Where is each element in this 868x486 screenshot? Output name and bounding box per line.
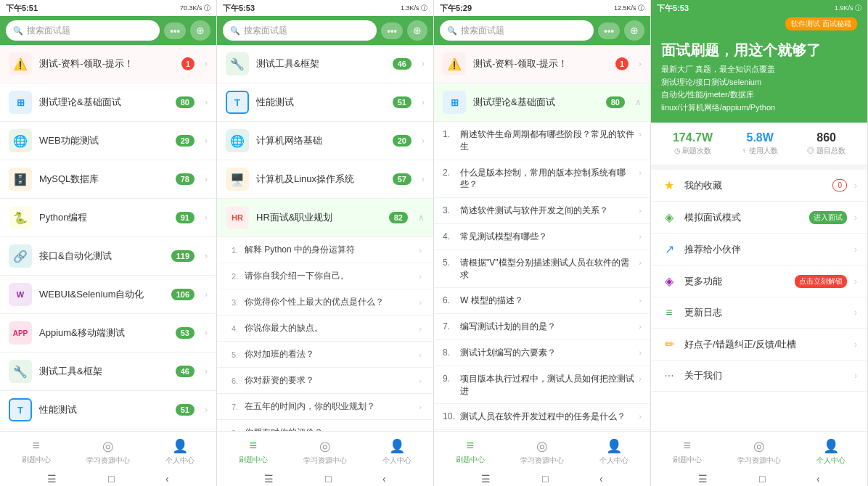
badge-collect: 0	[832, 179, 847, 191]
nav-home-4[interactable]: ≡ 刷题中心	[651, 432, 723, 471]
feature-list: ★ 我的收藏 0 › ◈ 模拟面试模式 进入面试 › ↗ 推荐给小伙伴 › ◈ …	[651, 170, 867, 431]
badge-2-1: 51	[393, 96, 412, 108]
status-icons-3: 12.5K/s ⓘ	[614, 4, 644, 13]
stat-num-0: 174.7W	[673, 131, 713, 144]
list-item-1-1[interactable]: ⊞ 测试理论&基础面试 80 ›	[0, 83, 216, 122]
badge-1-8: 46	[176, 366, 195, 377]
list-item-1-4[interactable]: 🐍 Python编程 91 ›	[0, 199, 216, 237]
question-3-9[interactable]: 10. 测试人员在软件开发过程中的任务是什么？ ›	[434, 404, 650, 430]
list-item-2-4[interactable]: HR HR面试&职业规划 82 ∧	[217, 199, 433, 237]
list-item-1-9[interactable]: T 性能测试 51 ›	[0, 391, 216, 429]
nav-profile-1[interactable]: 👤 个人中心	[144, 432, 216, 471]
question-3-8[interactable]: 9. 项目版本执行过程中，测试人员如何把控测试进 ›	[434, 366, 650, 405]
stat-num-1: 5.8W	[742, 131, 778, 144]
feature-item-3[interactable]: ◈ 更多功能 点击立刻解锁 ›	[651, 265, 867, 297]
feature-item-2[interactable]: ↗ 推荐给小伙伴 ›	[651, 234, 867, 265]
feature-item-6[interactable]: ··· 关于我们 ›	[651, 361, 867, 392]
list-item-1-6[interactable]: W WEBUI&Selenium自动化 106 ›	[0, 276, 216, 314]
more-icon: ◈	[661, 274, 677, 288]
scan-btn-1[interactable]: ⊕	[190, 20, 210, 41]
badge-1-1: 80	[176, 96, 195, 108]
list-item-alert-1[interactable]: ⚠️ 测试-资料-领取-提示！ 1 ›	[0, 45, 216, 83]
nav-profile-4[interactable]: 👤 个人中心	[795, 432, 867, 471]
question-3-5[interactable]: 6. W 模型的描述？ ›	[434, 288, 650, 314]
feature-item-0[interactable]: ★ 我的收藏 0 ›	[651, 170, 867, 202]
question-3-0[interactable]: 1. 阐述软件生命周期都有哪些阶段？常见的软件生 ›	[434, 122, 650, 160]
search-icon-3: 🔍	[447, 26, 457, 36]
status-bar-2: 下午5:53 1.3K/s ⓘ	[217, 0, 433, 16]
question-3-1[interactable]: 2. 什么是版本控制，常用的版本控制系统有哪些？ ›	[434, 160, 650, 199]
list-item-3-alert[interactable]: ⚠️ 测试-资料-领取-提示！ 1 ›	[434, 45, 650, 83]
nav-learn-1[interactable]: ◎ 学习资源中心	[72, 432, 144, 471]
status-time-3: 下午5:29	[440, 3, 472, 14]
status-bar-1: 下午5:51 70.3K/s ⓘ	[0, 0, 216, 16]
alert-icon-1: ⚠️	[9, 52, 32, 75]
content-area-3: ⚠️ 测试-资料-领取-提示！ 1 › ⊞ 测试理论&基础面试 80 ∧ 1. …	[434, 45, 650, 431]
list-item-2-1[interactable]: T 性能测试 51 ›	[217, 83, 433, 122]
sub-item-2-3[interactable]: 4. 你说你最大的缺点。 ›	[217, 316, 433, 342]
status-time-4: 下午5:53	[657, 3, 689, 14]
feature-item-1[interactable]: ◈ 模拟面试模式 进入面试 ›	[651, 202, 867, 234]
interview-icon: ◈	[661, 210, 677, 224]
status-bar-4: 下午5:53 1.9K/s ⓘ	[651, 0, 867, 16]
badge-interview: 进入面试	[809, 211, 847, 224]
nav-home-2[interactable]: ≡ 刷题中心	[217, 432, 289, 471]
status-time-1: 下午5:51	[6, 3, 38, 14]
feature-item-4[interactable]: ≡ 更新日志 ›	[651, 297, 867, 329]
feature-item-5[interactable]: ✏ 好点子/错题纠正/反馈/吐槽 ›	[651, 329, 867, 361]
nav-profile-2[interactable]: 👤 个人中心	[361, 432, 433, 471]
sub-item-2-4[interactable]: 5. 你对加班的看法？ ›	[217, 342, 433, 368]
list-item-1-5[interactable]: 🔗 接口&自动化测试 119 ›	[0, 237, 216, 276]
list-item-1-7[interactable]: APP Appium&移动端测试 53 ›	[0, 314, 216, 353]
list-item-2-0[interactable]: 🔧 测试工具&框架 46 ›	[217, 45, 433, 83]
search-input-1[interactable]: 🔍 搜索面试题	[6, 20, 160, 41]
nav-learn-4[interactable]: ◎ 学习资源中心	[723, 432, 795, 471]
search-input-2[interactable]: 🔍 搜索面试题	[223, 20, 377, 41]
nav-indicator-4: ☰ □ ‹	[651, 471, 867, 486]
stat-num-2: 860	[807, 131, 846, 144]
dots-btn-3[interactable]: •••	[598, 22, 620, 39]
dots-btn-2[interactable]: •••	[381, 22, 403, 39]
question-3-7[interactable]: 8. 测试计划编写的六要素？ ›	[434, 340, 650, 366]
bottom-nav-2: ≡ 刷题中心 ◎ 学习资源中心 👤 个人中心	[217, 431, 433, 471]
sub-item-2-2[interactable]: 3. 你觉得你个性上最大的优点是什么？ ›	[217, 289, 433, 316]
search-bar-1: 🔍 搜索面试题 ••• ⊕	[0, 16, 216, 45]
stat-label-0: ◷ 刷题次数	[673, 146, 713, 156]
question-3-3[interactable]: 4. 常见测试模型有哪些？ ›	[434, 224, 650, 250]
list-item-2-2[interactable]: 🌐 计算机网络基础 20 ›	[217, 122, 433, 160]
list-item-1-3[interactable]: 🗄️ MySQL数据库 78 ›	[0, 160, 216, 199]
nav-indicator-1: ☰ □ ‹	[0, 471, 216, 486]
nav-learn-2[interactable]: ◎ 学习资源中心	[289, 432, 361, 471]
nav-learn-3[interactable]: ◎ 学习资源中心	[506, 432, 578, 471]
nav-home-1[interactable]: ≡ 刷题中心	[0, 432, 72, 471]
stat-label-1: ♀ 使用人数	[742, 146, 778, 156]
sub-item-2-7[interactable]: 8. 你朋友对你的评价？ ›	[217, 420, 433, 431]
nav-home-3[interactable]: ≡ 刷题中心	[434, 432, 506, 471]
promo-banner: 面试刷题，用这个就够了 最新大厂 真题，最全知识点覆盖 测试理论/接口测试/se…	[651, 32, 867, 123]
icon-1-7: APP	[9, 321, 32, 345]
scan-btn-3[interactable]: ⊕	[624, 20, 644, 41]
question-3-6[interactable]: 7. 编写测试计划的目的是？ ›	[434, 314, 650, 340]
scan-btn-2[interactable]: ⊕	[407, 20, 427, 41]
list-item-3-1[interactable]: ⊞ 测试理论&基础面试 80 ∧	[434, 83, 650, 122]
search-icon-2: 🔍	[230, 26, 240, 36]
sub-item-2-0[interactable]: 1. 解释 Python 中的身份运算符 ›	[217, 237, 433, 263]
list-item-1-8[interactable]: 🔧 测试工具&框架 46 ›	[0, 353, 216, 391]
badge-1-4: 91	[176, 212, 195, 223]
question-3-2[interactable]: 3. 简述软件测试与软件开发之间的关系？ ›	[434, 198, 650, 224]
icon-1-5: 🔗	[9, 244, 32, 268]
content-area-2: 🔧 测试工具&框架 46 › T 性能测试 51 › 🌐 计算机网络基础 20 …	[217, 45, 433, 431]
question-3-4[interactable]: 5. 请根据"V"模型分别描述测试人员在软件的需求 ›	[434, 250, 650, 289]
nav-indicator-2: ☰ □ ‹	[217, 471, 433, 486]
list-item-2-3[interactable]: 🖥️ 计算机及Linux操作系统 57 ›	[217, 160, 433, 199]
sub-item-2-5[interactable]: 6. 你对薪资的要求？ ›	[217, 368, 433, 394]
search-input-3[interactable]: 🔍 搜索面试题	[440, 20, 594, 41]
bottom-nav-1: ≡ 刷题中心 ◎ 学习资源中心 👤 个人中心	[0, 431, 216, 471]
dots-btn-1[interactable]: •••	[164, 22, 186, 39]
badge-1-5: 119	[171, 250, 195, 262]
nav-profile-3[interactable]: 👤 个人中心	[578, 432, 650, 471]
list-item-1-2[interactable]: 🌐 WEB功能测试 29 ›	[0, 122, 216, 160]
sub-item-2-1[interactable]: 2. 请你自我介绍一下你自己。 ›	[217, 263, 433, 289]
promo-sub: 最新大厂 真题，最全知识点覆盖 测试理论/接口测试/selenium 自动化/性…	[661, 63, 857, 114]
sub-item-2-6[interactable]: 7. 在五年的时间内，你的职业规划？ ›	[217, 394, 433, 420]
